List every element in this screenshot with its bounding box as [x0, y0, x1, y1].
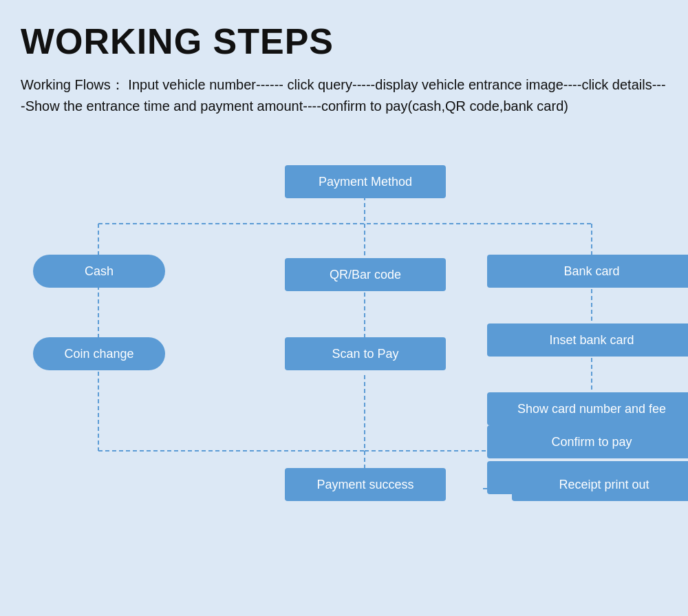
bank-card-node: Bank card [487, 255, 688, 288]
payment-method-node: Payment Method [285, 165, 446, 198]
confirm-pay-node: Confirm to pay [487, 425, 688, 458]
qr-code-node: QR/Bar code [285, 258, 446, 291]
description: Working Flows： Input vehicle number-----… [21, 74, 667, 117]
payment-success-node: Payment success [285, 468, 446, 501]
diagram-area: Payment Method Cash Coin change QR/Bar c… [21, 145, 667, 509]
scan-to-pay-node: Scan to Pay [285, 337, 446, 370]
cash-node: Cash [33, 255, 165, 288]
inset-bank-card-node: Inset bank card [487, 323, 688, 357]
page-title: WORKING STEPS [21, 21, 667, 62]
receipt-print-node: Receipt print out [512, 468, 688, 501]
show-card-node: Show card number and fee [487, 392, 688, 425]
coin-change-node: Coin change [33, 337, 165, 370]
